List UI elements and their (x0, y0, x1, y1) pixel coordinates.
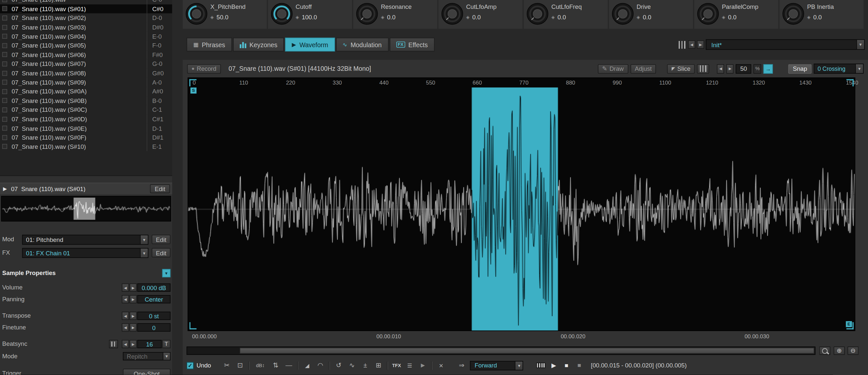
fx-select[interactable]: 01: FX Chain 01 ▼ (22, 248, 149, 258)
scrollbar-thumb[interactable] (240, 348, 814, 354)
macro-knob[interactable] (612, 3, 634, 25)
sample-row[interactable]: 07_Snare (110).wav (S#0F)D#1 (0, 133, 172, 142)
transpose-value[interactable]: 0 st (137, 312, 170, 320)
sine-icon[interactable]: ∿ (347, 362, 356, 369)
sample-row[interactable]: 07_Snare (110).wav (S#04)E-0 (0, 32, 172, 41)
slice-sense-value[interactable]: 50 (736, 64, 751, 73)
grid-arrows-icon[interactable]: ⊞ (374, 362, 383, 369)
volume-increment[interactable]: ▶ (129, 284, 137, 292)
prev-instrument-button[interactable]: ◀ (688, 40, 695, 49)
transpose-increment[interactable]: ▶ (129, 312, 137, 320)
zoom-selection-button[interactable] (819, 346, 830, 355)
chevron-down-icon[interactable]: ▼ (140, 248, 148, 257)
sample-row[interactable]: 07_Snare (110).wav (S#08)G#0 (0, 68, 172, 78)
trim-icon[interactable]: ⊡ (235, 362, 245, 369)
sample-list[interactable]: 07_Snare (110).wavC-007_Snare (110).wav … (0, 0, 172, 176)
fade-in-icon[interactable]: ◢ (303, 362, 312, 369)
mod-select[interactable]: 01: Pitchbend ▼ (22, 235, 149, 245)
plusminus-icon[interactable]: ± (361, 362, 370, 369)
sample-row[interactable]: 07_Snare (110).wav (S#0A)A#0 (0, 87, 172, 96)
sample-row[interactable]: 07_Snare (110).wav (S#0B)B-0 (0, 96, 172, 105)
chevron-down-icon[interactable]: ▼ (857, 40, 864, 50)
beatsync-enable-button[interactable] (109, 340, 118, 348)
chevron-down-icon[interactable]: ▼ (855, 64, 863, 73)
sample-row[interactable]: 07_Snare (110).wav (S#10)E-1 (0, 142, 172, 151)
slice-sense-increment[interactable]: ▶ (726, 64, 734, 73)
macro-knob[interactable] (782, 3, 804, 25)
sample-row[interactable]: 07_Snare (110).wav (S#0E)D-1 (0, 124, 172, 133)
sample-row[interactable]: 07_Snare (110).wav (S#07)G-0 (0, 59, 172, 68)
sample-mute-checkbox[interactable] (2, 6, 7, 11)
sample-end-marker[interactable]: E (846, 321, 852, 327)
play-sample-icon[interactable]: ▶ (0, 186, 10, 191)
delete-icon[interactable]: × (436, 361, 446, 369)
snap-button[interactable]: Snap (788, 64, 811, 73)
sample-row[interactable]: 07_Snare (110).wav (S#0C)C-1 (0, 105, 172, 115)
draw-button[interactable]: ✎ Draw (598, 64, 628, 73)
sample-mute-checkbox[interactable] (2, 89, 7, 94)
sample-overview[interactable] (1, 196, 171, 222)
tab-modulation[interactable]: ∿ Modulation (336, 38, 389, 52)
sample-row[interactable]: 07_Snare (110).wav (S#06)F#0 (0, 50, 172, 59)
slice-button[interactable]: ◤ Slice (667, 64, 694, 73)
chevron-down-icon[interactable]: ▼ (515, 361, 523, 369)
arrow-go-icon[interactable]: ► (418, 362, 428, 369)
cut-icon[interactable]: ✂ (222, 362, 232, 369)
panning-increment[interactable]: ▶ (129, 295, 137, 303)
sample-mute-checkbox[interactable] (2, 117, 7, 122)
sample-mute-checkbox[interactable] (2, 61, 7, 66)
tab-waveform[interactable]: ▶ Waveform (285, 38, 335, 52)
transpose-decrement[interactable]: ◀ (122, 312, 129, 320)
chevron-down-icon[interactable]: ▼ (140, 236, 148, 244)
sample-mute-checkbox[interactable] (2, 126, 7, 131)
macro-knob[interactable] (697, 3, 719, 25)
beatsync-decrement[interactable]: ◀ (122, 340, 129, 348)
sample-row[interactable]: 07_Snare (110).wav (S#01)C#0 (0, 4, 172, 13)
sample-row[interactable]: 07_Snare (110).wav (S#03)D#0 (0, 23, 172, 32)
mod-edit-button[interactable]: Edit (152, 235, 170, 244)
sample-mute-checkbox[interactable] (2, 15, 7, 20)
normalize-icon[interactable]: ⇅ (271, 362, 280, 369)
play-direction-select[interactable]: Forward ▼ (470, 361, 523, 370)
sample-mute-checkbox[interactable] (2, 98, 7, 103)
macro-knob[interactable] (356, 3, 378, 25)
zoom-out-button[interactable]: ⊖ (848, 346, 859, 355)
tab-keyzones[interactable]: Keyzones (233, 38, 284, 52)
macro-knob[interactable] (526, 3, 549, 25)
options-menu-icon[interactable]: ≡ (575, 362, 584, 369)
fx-edit-button[interactable]: Edit (152, 248, 170, 258)
properties-collapse-button[interactable]: ▼ (162, 269, 170, 277)
panning-decrement[interactable]: ◀ (122, 295, 129, 303)
slice-sense-decrement[interactable]: ◀ (717, 64, 724, 73)
sample-row[interactable]: 07_Snare (110).wav (S#02)D-0 (0, 13, 172, 23)
beatsync-increment[interactable]: ▶ (129, 340, 137, 348)
sample-mute-checkbox[interactable] (2, 135, 7, 140)
next-instrument-button[interactable]: ▶ (697, 40, 704, 49)
sample-mute-checkbox[interactable] (2, 25, 7, 30)
beatsync-value[interactable]: 16 (137, 340, 162, 348)
trigger-oneshot-button[interactable]: One-Shot (123, 369, 170, 375)
sample-row[interactable]: 07_Snare (110).wav (S#05)F-0 (0, 41, 172, 50)
waveform-canvas[interactable] (188, 88, 855, 331)
sample-mute-checkbox[interactable] (2, 0, 7, 2)
zoom-in-button[interactable]: ⊕ (834, 346, 845, 355)
waveform-display[interactable]: 0110220330440550660770880990110012101320… (187, 77, 855, 331)
list-icon[interactable]: ☰ (405, 362, 414, 369)
beatsync-mode-select[interactable]: Repitch ▼ (123, 352, 170, 360)
undo-checkbox[interactable]: ✓ (187, 362, 194, 369)
sample-mute-checkbox[interactable] (2, 52, 7, 57)
sample-mute-checkbox[interactable] (2, 70, 7, 75)
adjust-button[interactable]: Adjust (630, 64, 656, 73)
record-button[interactable]: ● Record (187, 64, 221, 73)
macro-knob[interactable] (271, 3, 293, 25)
columns-icon[interactable] (679, 41, 686, 49)
panning-value[interactable]: Center (137, 295, 170, 303)
sample-mute-checkbox[interactable] (2, 43, 7, 48)
volume-value[interactable]: 0.000 dB (137, 284, 170, 292)
instrument-select[interactable]: Init* ▼ (706, 39, 865, 50)
sample-mute-checkbox[interactable] (2, 107, 7, 112)
macro-knob[interactable] (186, 3, 208, 25)
sample-row[interactable]: 07_Snare (110).wavC-0 (0, 0, 172, 4)
sample-mute-checkbox[interactable] (2, 144, 7, 149)
play-button[interactable]: ▶ (549, 362, 558, 369)
